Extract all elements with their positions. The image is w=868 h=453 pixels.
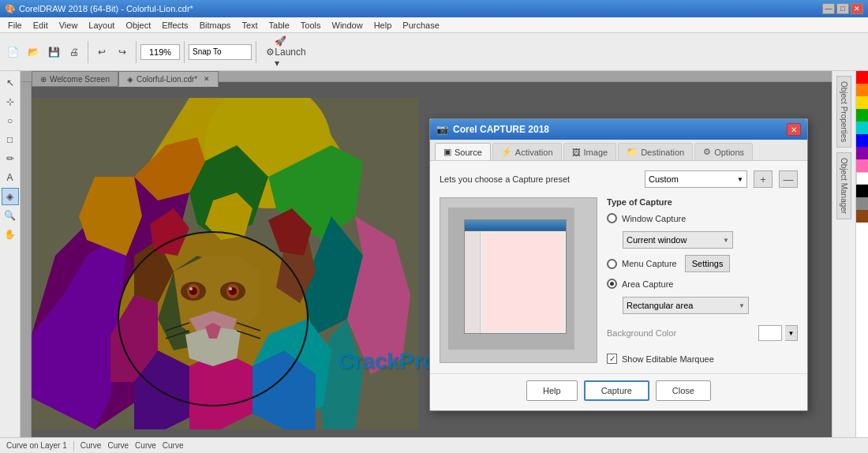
background-color-picker[interactable]	[758, 325, 782, 341]
object-manager-panel[interactable]: Object Manager	[836, 152, 851, 219]
capture-button[interactable]: Capture	[584, 380, 649, 401]
radio-window-capture[interactable]	[607, 213, 617, 223]
new-button[interactable]: 📄	[3, 43, 22, 62]
radio-menu-capture[interactable]	[607, 259, 617, 269]
minimize-button[interactable]: —	[822, 3, 835, 14]
menu-help[interactable]: Help	[369, 19, 397, 32]
preview-window	[464, 219, 567, 334]
menu-effects[interactable]: Effects	[157, 19, 193, 32]
save-button[interactable]: 💾	[44, 43, 63, 62]
toolbar-separator-3	[184, 41, 185, 63]
object-properties-panel[interactable]: Object Properties	[836, 76, 851, 148]
menu-object[interactable]: Object	[121, 19, 155, 32]
color-swatch-pink[interactable]	[856, 159, 868, 172]
radio-area-capture[interactable]	[607, 279, 617, 289]
dialog-title-text: 📷 Corel CAPTURE 2018	[436, 124, 549, 135]
radio-menu-label: Menu Capture	[622, 259, 677, 268]
snapto-dropdown[interactable]: Snap To	[189, 44, 252, 60]
menu-view[interactable]: View	[54, 19, 83, 32]
preview-window-main	[484, 234, 563, 330]
print-button[interactable]: 🖨	[65, 43, 84, 62]
dialog-close-button[interactable]: ✕	[787, 123, 801, 136]
tab-activation[interactable]: ⚡ Activation	[492, 143, 562, 160]
status-separator	[73, 441, 74, 451]
node-tool[interactable]: ⊹	[2, 93, 19, 110]
source-label: Source	[455, 148, 482, 157]
help-button[interactable]: Help	[526, 380, 578, 401]
preset-add-button[interactable]: +	[754, 170, 773, 188]
text-tool[interactable]: A	[2, 169, 19, 186]
fill-tool[interactable]: ◈	[2, 188, 19, 205]
menu-window[interactable]: Window	[327, 19, 368, 32]
dialog-title-bar: 📷 Corel CAPTURE 2018 ✕	[430, 119, 807, 140]
undo-button[interactable]: ↩	[92, 43, 111, 62]
menu-layout[interactable]: Layout	[84, 19, 119, 32]
preset-select[interactable]: Custom ▼	[645, 170, 747, 188]
area-type-value: Rectangular area	[627, 301, 693, 310]
pan-tool[interactable]: ✋	[2, 226, 19, 243]
color-picker-dropdown-button[interactable]: ▼	[785, 325, 798, 341]
color-swatch-white[interactable]	[856, 172, 868, 185]
tab-image[interactable]: 🖼 Image	[563, 143, 617, 160]
preset-value: Custom	[649, 174, 679, 184]
preset-remove-button[interactable]: —	[779, 170, 798, 188]
zoom-tool[interactable]: 🔍	[2, 207, 19, 224]
color-swatch-yellow[interactable]	[856, 96, 868, 109]
select-tool[interactable]: ↖	[2, 74, 19, 92]
color-swatch-purple[interactable]	[856, 147, 868, 159]
dialog-title-label: Corel CAPTURE 2018	[453, 124, 549, 135]
curve-4: Curve	[163, 441, 184, 450]
editable-marquee-checkbox[interactable]	[607, 354, 617, 364]
tab-destination[interactable]: 📁 Destination	[618, 143, 693, 160]
capture-type-options: Window Capture Current window ▼	[607, 213, 798, 364]
preview-window-content	[465, 231, 566, 333]
menu-text[interactable]: Text	[237, 19, 262, 32]
destination-icon: 📁	[627, 147, 638, 157]
ellipse-tool[interactable]: ○	[2, 112, 19, 129]
menu-tools[interactable]: Tools	[296, 19, 326, 32]
color-swatch-cyan[interactable]	[856, 122, 868, 134]
menu-purchase[interactable]: Purchase	[398, 19, 443, 32]
close-app-button[interactable]: ✕	[851, 3, 863, 14]
window-capture-dropdown-row: Current window ▼	[623, 231, 798, 249]
redo-button[interactable]: ↪	[113, 43, 132, 62]
launch-button[interactable]: 🚀 Launch ▾	[281, 43, 300, 62]
dialog-close-footer-button[interactable]: Close	[656, 380, 711, 401]
preset-arrow-icon: ▼	[737, 176, 743, 183]
rectangle-tool[interactable]: □	[2, 131, 19, 148]
dialog-content: Type of Capture Window Capture	[440, 197, 798, 364]
pen-tool[interactable]: ✏	[2, 150, 19, 167]
color-swatch-brown[interactable]	[856, 210, 868, 223]
options-icon: ⚙	[703, 147, 711, 157]
options-label: Options	[714, 148, 744, 157]
color-swatch-black[interactable]	[856, 185, 868, 197]
app-window: 🎨 CorelDRAW 2018 (64-Bit) - Colorful-Lio…	[0, 0, 868, 453]
zoom-input[interactable]: 119%	[140, 44, 180, 60]
destination-label: Destination	[641, 148, 684, 157]
options-panel: Type of Capture Window Capture	[607, 197, 798, 364]
curve-2: Curve	[107, 441, 129, 450]
toolbar-area: 📄 📂 💾 🖨 ↩ ↪ 119% Snap To ⚙ 🚀 Launch ▾	[0, 33, 868, 71]
image-icon: 🖼	[572, 148, 581, 157]
maximize-button[interactable]: □	[836, 3, 849, 14]
radio-window-label: Window Capture	[622, 214, 686, 223]
menu-edit[interactable]: Edit	[28, 19, 53, 32]
preset-label: Lets you choose a Capture preset	[440, 174, 638, 184]
color-swatch-green[interactable]	[856, 109, 868, 122]
area-type-select[interactable]: Rectangular area ▼	[623, 297, 749, 314]
menu-file[interactable]: File	[3, 19, 27, 32]
window-select-arrow-icon: ▼	[723, 237, 729, 244]
color-swatch-red[interactable]	[856, 71, 868, 84]
menu-bitmaps[interactable]: Bitmaps	[195, 19, 236, 32]
tab-source[interactable]: ▣ Source	[435, 143, 491, 160]
preset-row: Lets you choose a Capture preset Custom …	[440, 170, 798, 188]
tab-options[interactable]: ⚙ Options	[694, 143, 753, 160]
menu-settings-button[interactable]: Settings	[685, 255, 731, 272]
color-swatch-gray[interactable]	[856, 197, 868, 210]
color-swatch-orange[interactable]	[856, 84, 868, 96]
open-button[interactable]: 📂	[24, 43, 43, 62]
menu-table[interactable]: Table	[264, 19, 294, 32]
activation-icon: ⚡	[501, 147, 512, 157]
window-type-select[interactable]: Current window ▼	[623, 231, 733, 249]
color-swatch-blue[interactable]	[856, 134, 868, 147]
